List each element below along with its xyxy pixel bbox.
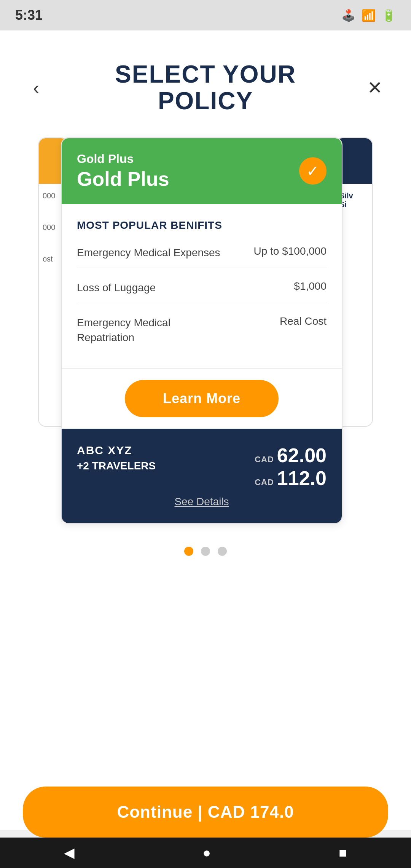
dot-1 [184,547,193,556]
card-header: Gold Plus Gold Plus ✓ [62,138,342,204]
learn-more-button[interactable]: Learn More [125,380,279,417]
header: ‹ SELECT YOUR POLICY ✕ [0,46,411,130]
gold-plus-card: Gold Plus Gold Plus ✓ MOST POPULAR BENIF… [61,137,342,524]
learn-more-wrapper: Learn More [62,369,342,429]
status-icons: 🕹️ 📶 🔋 [341,9,396,22]
page-title: SELECT YOUR POLICY [49,61,362,115]
plan-label: Gold Plus [77,152,169,166]
benefit-value-3: Real Cost [280,315,327,327]
signal-icon: 📶 [362,9,376,22]
see-details-button[interactable]: See Details [174,496,229,508]
close-icon: ✕ [367,77,382,98]
nav-square-icon[interactable]: ■ [339,845,347,861]
back-icon: ‹ [33,77,39,98]
benefit-row-1: Emergency Medical Expenses Up to $100,00… [77,245,327,268]
status-bar: 5:31 🕹️ 📶 🔋 [0,0,411,30]
activity-icon: 🕹️ [341,9,355,22]
nav-home-icon[interactable]: ● [202,845,211,861]
back-button[interactable]: ‹ [23,74,49,101]
selected-badge: ✓ [299,157,327,185]
price-currency-2: CAD [255,477,274,487]
benefits-title: MOST POPULAR BENIFITS [77,219,327,231]
benefit-label-3: Emergency Medical Repatriation [77,315,221,345]
main-content: ‹ SELECT YOUR POLICY ✕ 000 000 ost [0,30,411,830]
price-row-1: CAD 62.00 [255,444,327,467]
close-button[interactable]: ✕ [362,74,388,101]
dots-row [0,547,411,556]
plan-name: Gold Plus [77,168,169,190]
benefit-label-2: Loss of Luggage [77,280,156,295]
price-amount-1: 62.00 [277,444,327,467]
continue-bar: Continue | CAD 174.0 [0,787,411,838]
price-currency-1: CAD [255,455,274,464]
status-time: 5:31 [15,7,43,23]
pricing-travelers: +2 TRAVELERS [77,460,156,472]
pricing-provider: ABC XYZ [77,444,156,457]
benefit-value-1: Up to $100,000 [254,245,327,257]
bottom-nav: ◀ ● ■ [0,838,411,868]
nav-back-icon[interactable]: ◀ [64,845,75,861]
carousel-area: 000 000 ost Gold Plus Gold Plus ✓ MOST P… [0,130,411,531]
dot-3 [218,547,227,556]
right-card-label: Silv Si [339,191,368,209]
price-amount-total: 112.0 [277,467,327,490]
check-icon: ✓ [306,162,319,180]
benefit-row-3: Emergency Medical Repatriation Real Cost [77,315,327,353]
benefit-value-2: $1,000 [294,280,327,292]
benefit-row-2: Loss of Luggage $1,000 [77,280,327,303]
price-row-2: CAD 112.0 [255,467,327,490]
battery-icon: 🔋 [382,9,396,22]
pricing-section: ABC XYZ +2 TRAVELERS CAD 62.00 CAD 112.0 [62,429,342,523]
continue-button[interactable]: Continue | CAD 174.0 [23,787,388,838]
benefit-label-1: Emergency Medical Expenses [77,245,220,260]
benefits-section: MOST POPULAR BENIFITS Emergency Medical … [62,204,342,369]
page-title-text: SELECT YOUR POLICY [49,61,362,115]
dot-2 [201,547,210,556]
